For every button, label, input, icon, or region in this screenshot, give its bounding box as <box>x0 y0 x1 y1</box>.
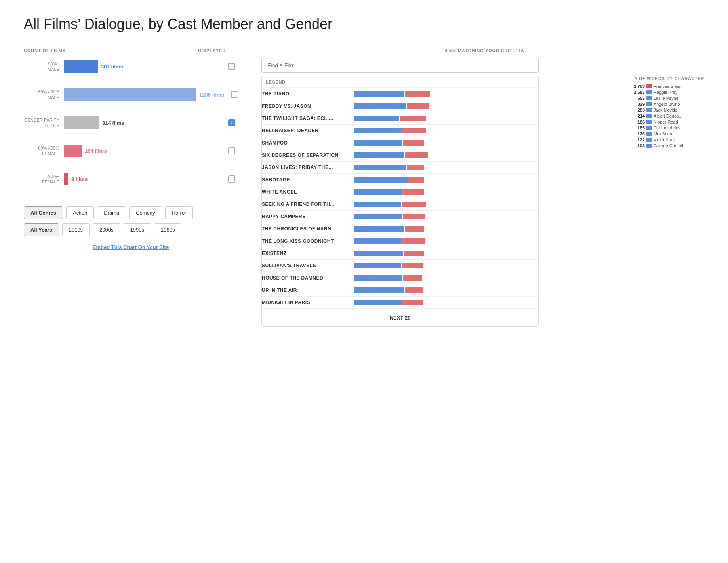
checkbox-0[interactable] <box>228 63 235 70</box>
checkbox-col-4[interactable] <box>226 175 238 183</box>
list-item: 214 Albert Donog... <box>633 114 704 118</box>
next-20-button[interactable]: NEXT 20 <box>262 309 538 326</box>
table-row[interactable]: THE CHRONICLES OF NARNI... <box>262 223 538 235</box>
word-swatch <box>646 90 652 94</box>
film-bar-male <box>354 128 402 133</box>
table-row[interactable]: SEEKING A FRIEND FOR TH... <box>262 198 538 211</box>
checkbox-4[interactable] <box>228 175 235 183</box>
checkbox-col-2[interactable] <box>226 119 238 126</box>
word-name: Nipper Read <box>654 120 678 124</box>
year-btn-1990s[interactable]: 1990s <box>124 223 151 236</box>
film-name: SULLIVAN'S TRAVELS <box>262 263 349 268</box>
bar-row-1: 60% - 90%MALE 1206 films <box>24 87 238 102</box>
films-header: FILMS MATCHING YOUR CRITERIA <box>261 48 704 53</box>
genre-btn-horror[interactable]: Horror <box>165 206 193 219</box>
checkbox-3[interactable] <box>228 147 235 154</box>
genre-btn-all-genres[interactable]: All Genres <box>24 206 63 219</box>
film-bar-container <box>354 127 538 134</box>
embed-link[interactable]: Embed This Chart On Your Site <box>24 244 238 250</box>
checkbox-col-0[interactable] <box>226 63 238 70</box>
film-bar-male <box>354 251 403 256</box>
word-name: Dr Humphries <box>654 126 680 130</box>
bar-fill-4 <box>64 173 68 185</box>
film-bar-container <box>354 250 538 257</box>
film-bar-container <box>354 176 538 183</box>
film-bar-container <box>354 201 538 208</box>
words-header: # OF WORDS BY CHARACTER <box>633 76 704 81</box>
film-name: HELLRAISER: DEADER <box>262 128 349 133</box>
table-row[interactable]: UP IN THE AIR <box>262 284 538 297</box>
words-panel: # OF WORDS BY CHARACTER 2,753 Frances Sh… <box>633 76 704 149</box>
bar-count-2: 314 films <box>102 120 124 126</box>
film-name: FREDDY VS. JASON <box>262 103 349 109</box>
word-count: 214 <box>633 114 645 118</box>
word-count: 283 <box>633 108 645 112</box>
bars-container: 90%+MALE 307 films 60% - 90%MALE 1206 fi… <box>24 59 238 194</box>
word-name: Reggie Kray <box>654 90 678 95</box>
table-row[interactable]: MIDNIGHT IN PARIS <box>262 297 538 309</box>
word-swatch <box>646 102 652 106</box>
film-bar-male <box>354 103 406 109</box>
film-bar-male <box>354 177 408 183</box>
film-name: THE PIANO <box>262 91 349 97</box>
film-bar-male <box>354 238 402 244</box>
table-row[interactable]: SHAMPOO <box>262 137 538 149</box>
film-bar-female <box>402 202 426 207</box>
table-row[interactable]: SIX DEGREES OF SEPARATION <box>262 149 538 162</box>
film-bar-container <box>354 213 538 220</box>
bar-fill-3 <box>64 145 82 157</box>
film-bar-male <box>354 91 404 97</box>
year-btn-2010s[interactable]: 2010s <box>62 223 90 236</box>
checkbox-1[interactable] <box>231 91 238 98</box>
checkbox-col-1[interactable] <box>229 91 241 98</box>
word-name: Jack Mcvitie <box>654 108 677 112</box>
films-list: THE PIANO FREDDY VS. JASON THE TWILIGHT … <box>262 88 538 309</box>
search-input[interactable] <box>261 58 539 73</box>
genre-btn-drama[interactable]: Drama <box>97 206 126 219</box>
film-bar-male <box>354 189 402 195</box>
year-filter-row: All Years2010s2000s1990s1980s <box>24 223 238 236</box>
bar-count-1: 1206 films <box>199 92 224 98</box>
table-row[interactable]: EXISTENZ <box>262 247 538 260</box>
bar-label-0: 90%+MALE <box>24 61 59 72</box>
table-row[interactable]: JASON LIVES: FRIDAY THE... <box>262 162 538 174</box>
genre-btn-action[interactable]: Action <box>66 206 94 219</box>
table-row[interactable]: WHITE ANGEL <box>262 186 538 198</box>
word-swatch <box>646 108 652 112</box>
checkbox-col-3[interactable] <box>226 147 238 154</box>
bar-container-3: 164 films <box>64 144 221 158</box>
genre-filter-row: All GenresActionDramaComedyHorror <box>24 206 238 219</box>
word-name: Mrs Shea <box>654 131 672 136</box>
right-panel: FILMS MATCHING YOUR CRITERIA LEGEND THE … <box>261 48 704 327</box>
film-bar-female <box>403 140 424 146</box>
table-row[interactable]: THE LONG KISS GOODNIGHT <box>262 235 538 247</box>
year-btn-2000s[interactable]: 2000s <box>93 223 120 236</box>
table-row[interactable]: FREDDY VS. JASON <box>262 100 538 112</box>
legend-label: LEGEND <box>262 80 286 84</box>
list-item: 557 Leslie Payne <box>633 96 704 101</box>
table-row[interactable]: HAPPY CAMPERS <box>262 211 538 223</box>
genre-btn-comedy[interactable]: Comedy <box>129 206 162 219</box>
list-item: 2,753 Frances Shea <box>633 84 704 89</box>
film-bar-female <box>405 152 428 158</box>
year-btn-all-years[interactable]: All Years <box>24 223 59 236</box>
table-row[interactable]: SULLIVAN'S TRAVELS <box>262 260 538 272</box>
film-bar-female <box>402 263 423 268</box>
film-bar-male <box>354 152 404 158</box>
bar-container-0: 307 films <box>64 59 221 74</box>
word-swatch <box>646 84 652 88</box>
checkbox-2[interactable] <box>228 119 235 126</box>
film-name: SHAMPOO <box>262 140 349 146</box>
table-row[interactable]: THE PIANO <box>262 88 538 100</box>
year-btn-1980s[interactable]: 1980s <box>154 223 181 236</box>
table-row[interactable]: SABOTAGE <box>262 174 538 186</box>
film-bar-male <box>354 165 406 170</box>
table-row[interactable]: THE TWILIGHT SAGA: ECLI... <box>262 112 538 125</box>
films-right-layout: LEGEND THE PIANO FREDDY VS. JASON THE TW… <box>261 76 704 327</box>
film-bar-container <box>354 188 538 196</box>
table-row[interactable]: HELLRAISER: DEADER <box>262 125 538 137</box>
films-list-panel: LEGEND THE PIANO FREDDY VS. JASON THE TW… <box>261 76 625 327</box>
word-count: 126 <box>633 131 645 136</box>
table-row[interactable]: HOUSE OF THE DAMNED <box>262 272 538 284</box>
film-bar-female <box>402 128 426 133</box>
